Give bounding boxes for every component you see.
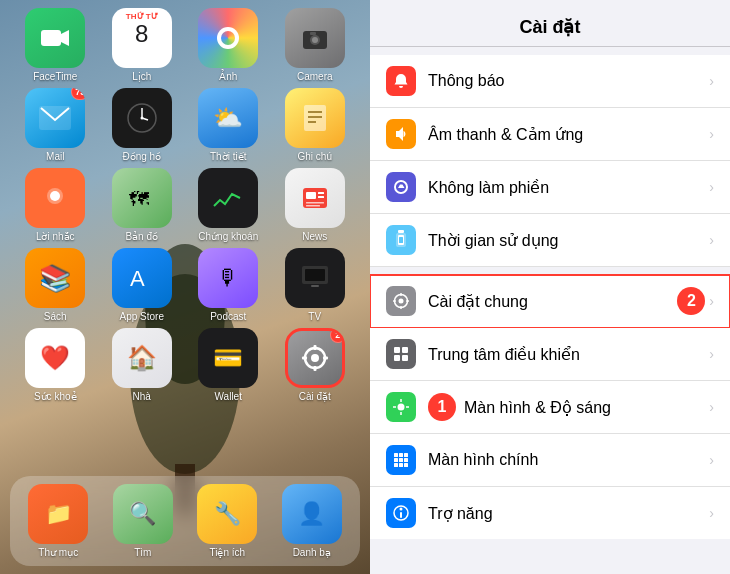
app-news[interactable]: News (274, 168, 357, 242)
svg-rect-47 (406, 300, 409, 302)
app-bando[interactable]: 🗺 Bản đồ (101, 168, 184, 242)
svg-rect-23 (306, 192, 316, 199)
chungkhoan-label: Chứng khoán (198, 231, 258, 242)
manhinhchinh-label: Màn hình chính (428, 451, 705, 469)
mail-icon: 73 (25, 88, 85, 148)
podcast-label: Podcast (210, 311, 246, 322)
svg-rect-34 (313, 345, 316, 350)
settings-panel: Cài đặt Thông báo › Âm thanh & Cảm ứng ›… (370, 0, 730, 574)
dongho-icon (112, 88, 172, 148)
app-wallet[interactable]: 💳 Wallet (187, 328, 270, 402)
settings-item-thoigian[interactable]: Thời gian sử dụng › (370, 214, 730, 267)
sach-label: Sách (44, 311, 67, 322)
caidat-badge: 2 (330, 328, 345, 343)
separator-1 (370, 267, 730, 275)
trungtam-label: Trung tâm điều khiển (428, 345, 705, 364)
dongho-label: Đồng hồ (122, 151, 161, 162)
app-lich[interactable]: THỨ TƯ 8 Lịch (101, 8, 184, 82)
khonglam-chevron: › (709, 179, 714, 195)
app-row-5: ❤️ Sức khoẻ 🏠 Nhà 💳 Wallet (10, 328, 360, 402)
app-sach[interactable]: 📚 Sách (14, 248, 97, 322)
suckhoe-label: Sức khoẻ (34, 391, 77, 402)
svg-point-52 (398, 404, 405, 411)
lich-icon: THỨ TƯ 8 (112, 8, 172, 68)
facetime-icon (25, 8, 85, 68)
app-podcast[interactable]: 🎙 Podcast (187, 248, 270, 322)
settings-item-trungtam[interactable]: Trung tâm điều khiển › (370, 328, 730, 381)
app-loinhac[interactable]: Lời nhắc (14, 168, 97, 242)
khonglam-icon (386, 172, 416, 202)
app-chungkhoan[interactable]: Chứng khoán (187, 168, 270, 242)
caidat-label: Cài đặt (299, 391, 331, 402)
settings-item-manhinhchinh[interactable]: Màn hình chính › (370, 434, 730, 487)
svg-rect-51 (402, 355, 408, 361)
thoitiet-label: Thời tiết (210, 151, 246, 162)
ghinhu-label: Ghi chú (298, 151, 332, 162)
app-ghinhu[interactable]: Ghi chú (274, 88, 357, 162)
manhinh-label-wrap: 1 Màn hình & Độ sáng (428, 393, 705, 421)
camera-label: Camera (297, 71, 333, 82)
svg-rect-62 (404, 458, 408, 462)
app-thoitiet[interactable]: ⛅ Thời tiết (187, 88, 270, 162)
app-suckhoe[interactable]: ❤️ Sức khoẻ (14, 328, 97, 402)
settings-item-thongbao[interactable]: Thông báo › (370, 55, 730, 108)
settings-item-amthanh[interactable]: Âm thanh & Cảm ứng › (370, 108, 730, 161)
svg-rect-61 (399, 458, 403, 462)
svg-rect-65 (404, 463, 408, 467)
camera-icon (285, 8, 345, 68)
svg-rect-3 (41, 30, 61, 46)
amthanh-label: Âm thanh & Cảm ứng (428, 125, 705, 144)
dock: 📁 Thư mục 🔍 Tìm 🔧 Tiện ích 👤 (10, 476, 360, 566)
app-facetime[interactable]: FaceTime (14, 8, 97, 82)
app-donghо[interactable]: Đồng hồ (101, 88, 184, 162)
tronang-chevron: › (709, 505, 714, 521)
settings-item-caidatchung[interactable]: Cài đặt chung 2 › (370, 275, 730, 328)
svg-rect-27 (306, 205, 320, 207)
suckhoe-icon: ❤️ (25, 328, 85, 388)
app-nha[interactable]: 🏠 Nhà (101, 328, 184, 402)
trungtam-chevron: › (709, 346, 714, 362)
svg-rect-59 (404, 453, 408, 457)
app-mail[interactable]: 73 Mail (14, 88, 97, 162)
tronang-label: Trợ năng (428, 504, 705, 523)
appstore-icon: A (112, 248, 172, 308)
mail-badge: 73 (71, 88, 85, 100)
app-camera[interactable]: Camera (274, 8, 357, 82)
manhinhchinh-icon (386, 445, 416, 475)
caidatchung-label: Cài đặt chung (428, 292, 669, 311)
nha-icon: 🏠 (112, 328, 172, 388)
svg-rect-30 (305, 269, 325, 281)
caidatchung-icon (386, 286, 416, 316)
dock-thumuc[interactable]: 📁 Thư mục (18, 484, 99, 558)
settings-item-manhinh[interactable]: 1 Màn hình & Độ sáng › (370, 381, 730, 434)
dock-danhba[interactable]: 👤 Danh bạ (272, 484, 353, 558)
thoigian-chevron: › (709, 232, 714, 248)
settings-list: Thông báo › Âm thanh & Cảm ứng › Không l… (370, 55, 730, 539)
tienich-label: Tiện ích (209, 547, 245, 558)
svg-point-7 (312, 37, 318, 43)
settings-item-khonglam[interactable]: Không làm phiền › (370, 161, 730, 214)
step-1-badge: 1 (428, 393, 456, 421)
svg-marker-4 (61, 30, 69, 46)
manhinh-label: Màn hình & Độ sáng (464, 398, 611, 417)
tim-icon: 🔍 (113, 484, 173, 544)
svg-point-20 (50, 191, 60, 201)
app-appstore[interactable]: A App Store (101, 248, 184, 322)
app-caidat[interactable]: 2 Cài đặt (274, 328, 357, 402)
manhinh-chevron: › (709, 399, 714, 415)
app-anh[interactable]: Ảnh (187, 8, 270, 82)
facetime-label: FaceTime (33, 71, 77, 82)
nha-label: Nhà (133, 391, 151, 402)
app-row-3: Lời nhắc 🗺 Bản đồ Chứng khoán (10, 168, 360, 242)
svg-rect-41 (399, 237, 403, 243)
svg-rect-57 (394, 453, 398, 457)
wallet-label: Wallet (215, 391, 242, 402)
tronang-icon (386, 498, 416, 528)
dock-tienich[interactable]: 🔧 Tiện ích (187, 484, 268, 558)
app-row-1: FaceTime THỨ TƯ 8 Lịch Ảnh (10, 8, 360, 82)
svg-rect-37 (323, 357, 328, 360)
svg-point-43 (399, 299, 404, 304)
app-tv[interactable]: TV (274, 248, 357, 322)
dock-tim[interactable]: 🔍 Tìm (103, 484, 184, 558)
settings-item-tronang[interactable]: Trợ năng › (370, 487, 730, 539)
